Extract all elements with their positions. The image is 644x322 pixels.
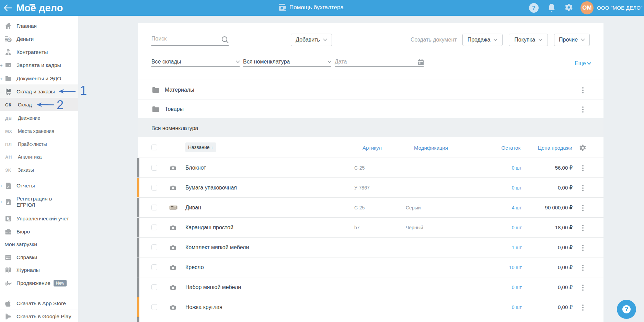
svg-text:?: ?: [532, 5, 536, 11]
svg-text:₽: ₽: [8, 38, 11, 42]
